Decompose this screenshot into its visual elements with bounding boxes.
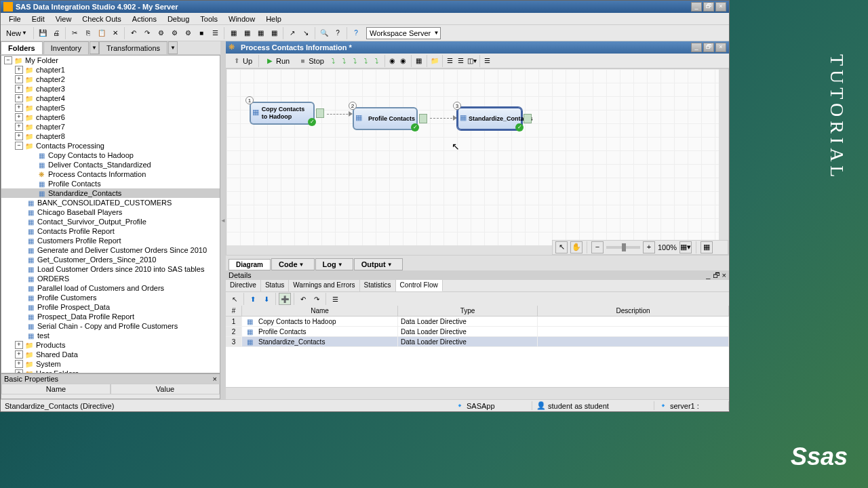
tree-folder[interactable]: +📁Shared Data bbox=[1, 350, 220, 359]
tool-icon[interactable]: ▦ bbox=[227, 27, 239, 39]
tree-folder[interactable]: +📁Products bbox=[1, 340, 220, 350]
step-icon[interactable]: ⤵ bbox=[351, 56, 360, 66]
run-button[interactable]: ▶Run bbox=[262, 55, 293, 67]
details-min-icon[interactable]: _ bbox=[706, 271, 710, 279]
table-row[interactable]: 1▦Copy Contacts to HadoopData Loader Dir… bbox=[226, 317, 729, 327]
tree-root[interactable]: −📁My Folder bbox=[1, 56, 220, 65]
tree-item[interactable]: ▦Standardize_Contacts bbox=[1, 188, 220, 198]
col-desc[interactable]: Description bbox=[538, 306, 729, 316]
output-port[interactable] bbox=[524, 114, 532, 123]
tree-item[interactable]: ▦Customers Profile Report bbox=[1, 236, 220, 245]
tree-item[interactable]: ▦ORDERS bbox=[1, 274, 220, 283]
tab-output[interactable]: Output▼ bbox=[354, 258, 403, 270]
tree-item[interactable]: ▦Parallel load of Customers and Orders bbox=[1, 283, 220, 293]
copy-icon[interactable]: ⎘ bbox=[82, 27, 94, 39]
tab-inventory[interactable]: Inventory bbox=[43, 41, 89, 54]
zoom-out-icon[interactable]: − bbox=[591, 241, 604, 253]
pointer-icon[interactable]: ↖ bbox=[555, 241, 568, 253]
dtab-warnings[interactable]: Warnings and Errors bbox=[289, 280, 359, 291]
step-icon[interactable]: ⤵ bbox=[329, 56, 338, 66]
col-name[interactable]: Name bbox=[242, 306, 398, 316]
pointer-icon[interactable]: ↖ bbox=[229, 293, 241, 305]
menu-checkouts[interactable]: Check Outs bbox=[77, 14, 126, 24]
tool-icon[interactable]: ▦ bbox=[254, 27, 267, 39]
diagram-canvas[interactable]: 1 ▦ Copy Contacts to Hadoop ✓ 2 ▦ Profil… bbox=[226, 68, 729, 256]
up-icon[interactable]: ⬆ bbox=[247, 293, 259, 305]
tree-folder[interactable]: −📁Contacts Processing bbox=[1, 141, 220, 150]
stop-icon[interactable]: ■ bbox=[195, 27, 208, 39]
tree-item[interactable]: ▦Contact_Survivor_Output_Profile bbox=[1, 217, 220, 226]
add-icon[interactable]: ➕ bbox=[279, 293, 291, 305]
tree-folder[interactable]: +📁System bbox=[1, 359, 220, 369]
tree-folder[interactable]: +📁chapter1 bbox=[1, 65, 220, 75]
undo-icon[interactable]: ↶ bbox=[127, 27, 140, 39]
dtab-directive[interactable]: Directive bbox=[226, 280, 261, 291]
overview-icon[interactable]: ▦ bbox=[701, 241, 713, 253]
tree-item[interactable]: ▦Copy Contacts to Hadoop bbox=[1, 150, 220, 160]
tree-item[interactable]: ▦BANK_CONSOLIDATED_CUSTOMERS bbox=[1, 198, 220, 207]
tool-icon[interactable]: ◫▾ bbox=[467, 56, 477, 66]
tree-item[interactable]: ▦Contacts Profile Report bbox=[1, 226, 220, 236]
tool-icon[interactable]: ☰ bbox=[446, 56, 455, 66]
new-button[interactable]: New▼ bbox=[3, 29, 31, 37]
help-icon[interactable]: ? bbox=[332, 27, 344, 39]
hand-icon[interactable]: ✋ bbox=[570, 241, 583, 253]
tree-folder[interactable]: +📁chapter2 bbox=[1, 75, 220, 84]
list-icon[interactable]: ☰ bbox=[329, 293, 341, 305]
tool-icon[interactable]: ↘ bbox=[300, 27, 312, 39]
tree-item[interactable]: ▦Get_Customer_Orders_Since_2010 bbox=[1, 255, 220, 264]
tree-folder[interactable]: +📁chapter3 bbox=[1, 84, 220, 94]
minimize-button[interactable]: _ bbox=[691, 2, 702, 12]
stop-button[interactable]: ■Stop bbox=[294, 55, 328, 67]
col-num[interactable]: # bbox=[226, 306, 242, 316]
tree-item[interactable]: ▦test bbox=[1, 331, 220, 340]
tree-item[interactable]: ▦Generate and Deliver Customer Orders Si… bbox=[1, 245, 220, 255]
tool-icon[interactable]: ☰ bbox=[456, 56, 466, 66]
tab-diagram[interactable]: Diagram bbox=[229, 259, 271, 270]
help-icon[interactable]: ? bbox=[350, 27, 362, 39]
menu-actions[interactable]: Actions bbox=[127, 14, 162, 24]
menu-view[interactable]: View bbox=[50, 14, 77, 24]
dtab-status[interactable]: Status bbox=[261, 280, 289, 291]
output-port[interactable] bbox=[419, 114, 427, 123]
step-icon[interactable]: ⤵ bbox=[340, 56, 349, 66]
tab-dropdown[interactable]: ▼ bbox=[90, 41, 99, 54]
menu-edit[interactable]: Edit bbox=[26, 14, 50, 24]
delete-icon[interactable]: ✕ bbox=[109, 27, 121, 39]
down-icon[interactable]: ⬇ bbox=[260, 293, 273, 305]
details-close-icon[interactable]: × bbox=[722, 271, 726, 279]
vertical-scrollbar[interactable] bbox=[719, 69, 728, 245]
zoom-in-icon[interactable]: + bbox=[643, 241, 655, 253]
details-max-icon[interactable]: 🗗 bbox=[713, 271, 720, 279]
tab-code[interactable]: Code▼ bbox=[271, 258, 315, 270]
editor-close-button[interactable]: × bbox=[715, 43, 726, 52]
table-row[interactable]: 2▦Profile ContactsData Loader Directive bbox=[226, 327, 729, 337]
menu-file[interactable]: File bbox=[3, 14, 26, 24]
tree-item[interactable]: ▦Serial Chain - Copy and Profile Custome… bbox=[1, 321, 220, 331]
paste-icon[interactable]: 📋 bbox=[96, 27, 108, 39]
col-type[interactable]: Type bbox=[398, 306, 538, 316]
menu-tools[interactable]: Tools bbox=[195, 14, 223, 24]
tool-icon[interactable]: ↗ bbox=[286, 27, 298, 39]
dtab-control-flow[interactable]: Control Flow bbox=[396, 280, 443, 291]
table-row[interactable]: 3▦Standardize_ContactsData Loader Direct… bbox=[226, 337, 729, 347]
tree-folder[interactable]: +📁chapter6 bbox=[1, 113, 220, 122]
tool-icon[interactable]: ⚙ bbox=[168, 27, 180, 39]
menu-help[interactable]: Help bbox=[260, 14, 287, 24]
tool-icon[interactable]: ◉ bbox=[388, 56, 397, 66]
menu-window[interactable]: Window bbox=[223, 14, 260, 24]
tool-icon[interactable]: ▦ bbox=[414, 56, 424, 66]
undo-icon[interactable]: ↶ bbox=[297, 293, 309, 305]
close-icon[interactable]: × bbox=[213, 375, 217, 383]
redo-icon[interactable]: ↷ bbox=[311, 293, 323, 305]
tree-item[interactable]: ▦Chicago Baseball Players bbox=[1, 207, 220, 217]
up-button[interactable]: ⬆Up bbox=[229, 55, 256, 67]
search-icon[interactable]: 🔍 bbox=[318, 27, 330, 39]
editor-max-button[interactable]: 🗗 bbox=[703, 43, 714, 52]
close-button[interactable]: × bbox=[715, 2, 726, 12]
tab-dropdown[interactable]: ▼ bbox=[168, 41, 178, 54]
output-port[interactable] bbox=[316, 108, 324, 118]
folder-tree[interactable]: −📁My Folder +📁chapter1+📁chapter2+📁chapte… bbox=[1, 55, 220, 373]
tool-icon[interactable]: ☰ bbox=[483, 56, 492, 66]
tool-icon[interactable]: 📁 bbox=[430, 56, 439, 66]
